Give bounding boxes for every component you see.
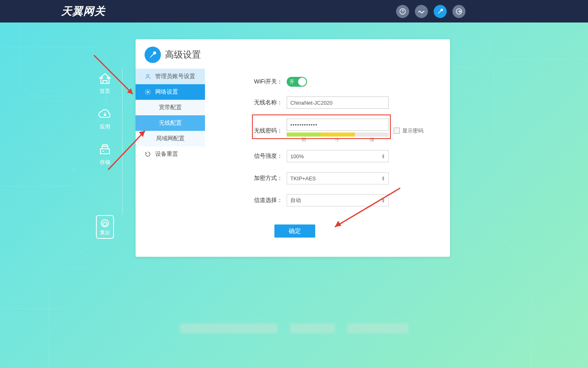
sidemenu-broadband-label: 宽带配置 [159, 104, 182, 111]
sidemenu-network[interactable]: 网络设置 [136, 84, 205, 100]
cloud-icon [98, 108, 112, 121]
sidemenu-reset-label: 设备重置 [155, 150, 178, 158]
nav-storage-label: 存储 [100, 159, 110, 166]
primary-nav: 首页 应用 存储 重启 [96, 72, 114, 239]
brand-logo: 天翼网关 [61, 4, 105, 18]
show-password-toggle[interactable]: 显示密码 [394, 127, 423, 135]
wifi-switch-toggle[interactable]: 开 [287, 77, 307, 87]
top-header: 天翼网关 [0, 0, 588, 22]
svg-point-6 [147, 91, 149, 93]
header-icon-group [396, 5, 466, 18]
password-label: 无线密码： [254, 127, 287, 135]
svg-marker-8 [127, 88, 133, 94]
ssid-input[interactable] [287, 96, 389, 109]
channel-select[interactable]: 自动 ▲▼ [287, 194, 389, 206]
help-icon[interactable] [396, 5, 409, 18]
toggle-knob [298, 78, 306, 86]
encryption-select[interactable]: TKIP+AES ▲▼ [287, 172, 389, 184]
channel-label: 信道选择： [254, 197, 287, 204]
wireless-form: WiFi开关： 开 无线名称： 无线密码： [205, 69, 450, 238]
nav-separator [122, 67, 122, 215]
channel-value: 自动 [290, 197, 301, 204]
svg-point-2 [80, 250, 83, 253]
nav-apps[interactable]: 应用 [97, 107, 113, 130]
encryption-value: TKIP+AES [290, 175, 316, 182]
sidemenu-network-label: 网络设置 [155, 88, 178, 96]
power-icon [100, 218, 110, 228]
gear-icon [145, 89, 151, 95]
signal-value: 100% [290, 153, 304, 159]
wifi-switch-on-text: 开 [290, 79, 294, 85]
password-strength-bar [287, 132, 389, 137]
home-icon [98, 72, 112, 85]
user-icon [145, 73, 151, 80]
show-password-checkbox[interactable] [394, 128, 400, 134]
svg-point-1 [72, 168, 75, 171]
sidemenu-reset[interactable]: 设备重置 [136, 146, 205, 162]
settings-icon[interactable] [434, 5, 447, 18]
sidemenu-admin[interactable]: 管理员账号设置 [136, 69, 205, 84]
reset-icon [145, 151, 151, 157]
settings-card: 高级设置 管理员账号设置 网络设置 宽带配置 无线配置 局域网配置 设备 [136, 39, 450, 257]
wifi-switch-label: WiFi开关： [254, 78, 287, 85]
sidemenu-lan-label: 局域网配置 [156, 135, 185, 142]
nav-home-label: 首页 [100, 88, 110, 95]
settings-sidemenu: 管理员账号设置 网络设置 宽带配置 无线配置 局域网配置 设备重置 [136, 69, 205, 238]
select-arrows-icon: ▲▼ [381, 198, 385, 203]
ssid-label: 无线名称： [254, 99, 287, 106]
select-arrows-icon: ▲▼ [381, 154, 385, 159]
nav-restart-label: 重启 [100, 229, 110, 236]
select-arrows-icon: ▲▼ [381, 176, 385, 181]
show-password-label: 显示密码 [402, 127, 423, 135]
sidemenu-broadband[interactable]: 宽带配置 [136, 100, 205, 115]
password-strength-labels: 弱 中 强 [287, 137, 389, 143]
footer-blurred [180, 323, 408, 333]
password-input[interactable] [287, 119, 389, 131]
signal-select[interactable]: 100% ▲▼ [287, 150, 389, 162]
nav-storage[interactable]: 存储 [97, 143, 113, 166]
sidemenu-wireless-label: 无线配置 [159, 119, 182, 127]
storage-icon [98, 143, 112, 156]
encryption-label: 加密方式： [254, 175, 287, 182]
svg-point-3 [509, 246, 512, 249]
sidemenu-lan[interactable]: 局域网配置 [136, 131, 205, 146]
nav-restart[interactable]: 重启 [96, 215, 114, 239]
svg-point-5 [147, 74, 149, 76]
nav-apps-label: 应用 [100, 123, 110, 130]
sidemenu-wireless[interactable]: 无线配置 [136, 115, 205, 131]
nav-home[interactable]: 首页 [97, 72, 113, 95]
card-header: 高级设置 [136, 39, 450, 69]
wrench-icon [145, 47, 161, 63]
submit-button[interactable]: 确定 [274, 224, 315, 238]
status-icon[interactable] [415, 5, 428, 18]
signal-label: 信号强度： [254, 153, 287, 160]
sidemenu-admin-label: 管理员账号设置 [155, 73, 195, 80]
logout-icon[interactable] [452, 5, 466, 18]
page-title: 高级设置 [165, 49, 201, 61]
